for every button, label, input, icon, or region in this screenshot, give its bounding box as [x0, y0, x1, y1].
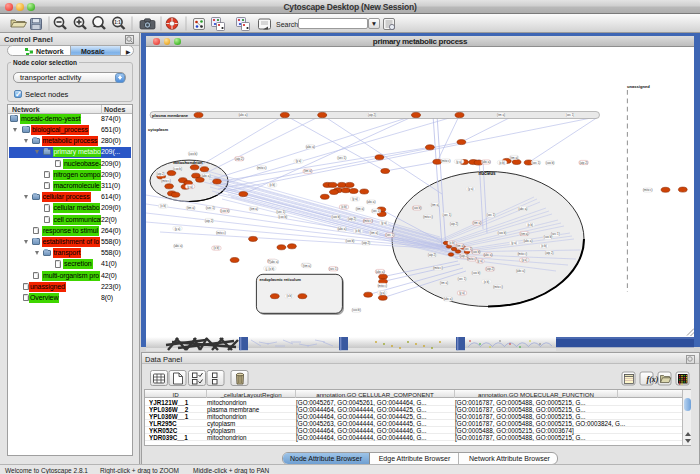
svg-text:(sec 1): (sec 1): [206, 206, 215, 210]
svg-text:(mito c): (mito c): [467, 257, 476, 261]
svg-text:(x b): (x b): [214, 246, 220, 250]
svg-text:(x b): (x b): [341, 205, 347, 209]
svg-text:(y a): (y a): [296, 159, 302, 163]
svg-text:(tim a): (tim a): [303, 264, 311, 268]
svg-text:cytoplasm: cytoplasm: [148, 127, 169, 132]
svg-text:(cox b): (cox b): [332, 215, 341, 219]
svg-text:(cox b): (cox b): [498, 231, 507, 235]
svg-text:(tim a): (tim a): [187, 206, 195, 210]
svg-text:plasma membrane: plasma membrane: [152, 113, 189, 118]
svg-text:(x b): (x b): [449, 241, 455, 245]
svg-text:unassigned: unassigned: [627, 84, 650, 89]
svg-text:(tim a): (tim a): [473, 221, 481, 225]
svg-text:(mito c): (mito c): [518, 252, 527, 256]
svg-text:(abc a): (abc a): [444, 297, 453, 301]
svg-text:(sec 1): (sec 1): [372, 209, 381, 213]
svg-text:(y a): (y a): [175, 227, 181, 231]
svg-text:(mito c): (mito c): [643, 188, 652, 192]
svg-text:(y a): (y a): [379, 291, 385, 295]
svg-text:(x b): (x b): [499, 161, 505, 165]
svg-text:(y a): (y a): [459, 291, 465, 295]
svg-text:(tim a): (tim a): [440, 281, 448, 285]
svg-text:(atp 2): (atp 2): [450, 222, 458, 226]
svg-text:(sec 1): (sec 1): [487, 213, 496, 217]
svg-text:(atp 2): (atp 2): [362, 241, 370, 245]
svg-text:(atp 2): (atp 2): [368, 113, 376, 117]
svg-text:(mito c): (mito c): [423, 215, 432, 219]
svg-text:(x b): (x b): [527, 223, 533, 227]
svg-text:(cox b): (cox b): [189, 152, 198, 156]
svg-text:(mito c): (mito c): [161, 179, 170, 183]
svg-text:(abc a): (abc a): [270, 260, 279, 264]
svg-text:(cox b): (cox b): [472, 250, 481, 254]
svg-text:(sec 1): (sec 1): [566, 113, 575, 117]
svg-text:(y a): (y a): [352, 197, 358, 201]
svg-text:(tim a): (tim a): [356, 207, 364, 211]
svg-text:(y a): (y a): [511, 241, 517, 245]
svg-text:(mito c): (mito c): [257, 166, 266, 170]
svg-text:(x b): (x b): [269, 267, 275, 271]
svg-text:(mito c): (mito c): [441, 159, 450, 163]
svg-text:(atp 2): (atp 2): [348, 217, 356, 221]
svg-text:(x b): (x b): [484, 280, 490, 284]
svg-text:(cox b): (cox b): [472, 271, 481, 275]
svg-text:f(x): f(x): [647, 375, 659, 384]
svg-text:(atp 2): (atp 2): [205, 219, 213, 223]
svg-text:(abc a): (abc a): [367, 200, 376, 204]
svg-text:(y a): (y a): [468, 187, 474, 191]
svg-text:(mito c): (mito c): [363, 219, 372, 223]
svg-text:(atp 2): (atp 2): [156, 172, 164, 176]
svg-text:nucleus: nucleus: [478, 171, 496, 176]
svg-text:(atp 2): (atp 2): [545, 251, 553, 255]
svg-text:(atp 2): (atp 2): [486, 267, 494, 271]
svg-text:(tim a): (tim a): [520, 232, 528, 236]
svg-text:(abc a): (abc a): [484, 253, 493, 257]
svg-text:(x b): (x b): [541, 244, 547, 248]
svg-text:(tim a): (tim a): [431, 203, 439, 207]
svg-text:(atp 2): (atp 2): [428, 253, 436, 257]
svg-text:(y a): (y a): [521, 258, 527, 262]
svg-text:(sec 1): (sec 1): [532, 161, 541, 165]
svg-text:(sec 1): (sec 1): [338, 156, 347, 160]
svg-text:(sec 1): (sec 1): [277, 210, 286, 214]
svg-text:(mito c): (mito c): [493, 285, 502, 289]
svg-text:(abc a): (abc a): [376, 270, 385, 274]
svg-text:(atp 2): (atp 2): [580, 161, 588, 165]
svg-text:(abc a): (abc a): [174, 244, 183, 248]
svg-text:(tim a): (tim a): [370, 231, 378, 235]
svg-text:(atp 2): (atp 2): [235, 157, 243, 161]
svg-text:(abc a): (abc a): [519, 207, 528, 211]
svg-text:(x b): (x b): [355, 229, 361, 233]
svg-text:(cox b): (cox b): [278, 215, 287, 219]
svg-text:(mito c): (mito c): [378, 284, 387, 288]
svg-text:(cox b): (cox b): [544, 235, 553, 239]
svg-text:(abc a): (abc a): [524, 239, 533, 243]
svg-text:(sec 1): (sec 1): [386, 233, 395, 237]
svg-text:(abc a): (abc a): [482, 160, 491, 164]
svg-text:(cox b): (cox b): [346, 239, 355, 243]
svg-text:(cox b): (cox b): [546, 161, 555, 165]
svg-text:(x b): (x b): [286, 294, 292, 298]
svg-text:(y a): (y a): [187, 185, 193, 189]
svg-text:(cox b): (cox b): [173, 167, 182, 171]
svg-text:(sec 1): (sec 1): [329, 267, 338, 271]
svg-text:(abc a): (abc a): [338, 227, 347, 231]
svg-text:mitochondrion: mitochondrion: [173, 160, 203, 165]
svg-text:(mito c): (mito c): [216, 231, 225, 235]
svg-text:(y a): (y a): [477, 259, 483, 263]
svg-text:(tim a): (tim a): [304, 169, 312, 173]
svg-text:(cox b): (cox b): [352, 308, 361, 312]
svg-text:(sec 1): (sec 1): [443, 213, 452, 217]
svg-text:(cox b): (cox b): [413, 206, 422, 210]
svg-text:(y a): (y a): [381, 221, 387, 225]
svg-text:(abc a): (abc a): [202, 174, 211, 178]
svg-text:(tim a): (tim a): [250, 207, 258, 211]
svg-text:(x b): (x b): [269, 183, 275, 187]
svg-text:(x b): (x b): [160, 204, 166, 208]
svg-text:(abc a): (abc a): [516, 269, 525, 273]
svg-text:1:1: 1:1: [114, 20, 121, 25]
svg-text:(abc a): (abc a): [239, 113, 248, 117]
svg-text:(tim a): (tim a): [497, 113, 505, 117]
svg-text:(abc a): (abc a): [306, 145, 315, 149]
svg-text:(cox b): (cox b): [221, 209, 230, 213]
